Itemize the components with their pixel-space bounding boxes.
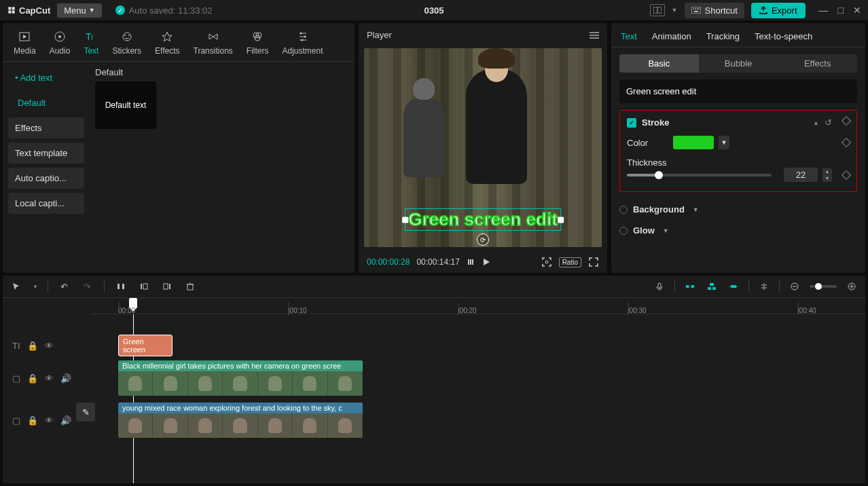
export-button[interactable]: Export [751,3,806,18]
thickness-keyframe[interactable] [842,170,851,179]
mic-icon[interactable] [653,280,666,293]
fullscreen-icon[interactable] [588,257,599,267]
color-keyframe[interactable] [842,138,851,147]
tab-audio[interactable]: Audio [43,29,77,61]
sidebar-default[interactable]: Default [8,92,84,113]
glow-section[interactable]: Glow ▼ [619,220,857,241]
track-eye-icon[interactable]: 👁 [45,373,54,384]
step-up[interactable]: ▲ [822,168,832,175]
sidebar-effects[interactable]: Effects [8,117,84,138]
tab-effects[interactable]: Effects [148,29,186,61]
time-current: 00:00:00:28 [367,257,410,267]
scan-icon[interactable] [541,257,552,267]
slider-thumb[interactable] [655,171,663,179]
svg-point-3 [693,8,694,10]
rp-sub-bubble[interactable]: Bubble [699,54,778,73]
timeline-ruler[interactable]: 00:00 |00:10 |00:20 |00:30 |00:40 [91,298,865,314]
app-logo: CapCut [7,5,50,16]
svg-point-20 [300,33,302,35]
text-content-input[interactable]: Green screen edit [619,79,857,103]
track-lock-icon[interactable]: 🔒 [27,415,38,426]
text-preset-default[interactable]: Default text [95,81,156,129]
prev-frame-icon[interactable] [467,258,475,266]
thickness-label: Thickness [627,157,666,168]
svg-rect-38 [710,283,714,286]
menu-button[interactable]: Menu▼ [57,3,101,18]
svg-rect-33 [164,284,168,289]
trim-right-icon[interactable] [160,280,174,293]
sidebar-local-captions[interactable]: Local capti... [8,193,84,214]
sidebar-auto-captions[interactable]: Auto captio... [8,168,84,189]
delete-icon[interactable] [183,280,197,293]
layout-icon[interactable] [650,4,665,16]
split-icon[interactable] [114,280,128,293]
thickness-slider[interactable] [627,174,772,176]
maximize-button[interactable]: □ [838,5,844,16]
shortcut-button[interactable]: Shortcut [685,3,744,18]
reset-icon[interactable]: ↺ [825,117,832,128]
pointer-tool[interactable] [10,280,23,293]
svg-rect-37 [691,285,694,288]
linkage-icon[interactable] [705,280,719,293]
stroke-color-swatch[interactable] [673,136,714,149]
tab-filters[interactable]: Filters [240,29,276,61]
svg-rect-36 [686,285,689,288]
svg-rect-34 [187,284,193,290]
zoom-out-icon[interactable] [788,280,801,293]
tab-media[interactable]: Media [7,29,43,61]
video-preview[interactable]: Green screen edit ⟳ [364,48,602,247]
redo-icon[interactable]: ↷ [81,280,94,293]
background-section[interactable]: Background ▼ [619,199,857,220]
track-lock-icon[interactable]: 🔒 [27,373,38,384]
text-overlay[interactable]: Green screen edit [405,208,561,231]
rp-sub-basic[interactable]: Basic [619,54,699,73]
track-eye-icon[interactable]: 👁 [45,341,54,351]
rp-tab-text[interactable]: Text [621,31,637,41]
preview-axis-icon[interactable] [727,280,740,293]
export-icon [759,6,767,14]
minimize-button[interactable]: — [819,5,829,16]
tab-stickers[interactable]: Stickers [105,29,148,61]
play-icon[interactable] [482,257,491,267]
stroke-checkbox[interactable]: ✓ [627,118,636,128]
svg-rect-32 [169,284,170,289]
track-eye-icon[interactable]: 👁 [45,415,54,426]
sidebar-add-text[interactable]: Add text [8,67,84,88]
step-down[interactable]: ▼ [822,175,832,182]
player-title: Player [367,30,392,40]
tab-transitions[interactable]: Transitions [187,29,240,61]
svg-point-16 [128,35,130,36]
magnet-icon[interactable] [683,280,697,293]
zoom-in-icon[interactable] [845,280,858,293]
tab-adjustment[interactable]: Adjustment [275,29,329,61]
rotate-handle[interactable]: ⟳ [477,233,489,246]
rp-tab-animation[interactable]: Animation [652,31,691,41]
rp-tab-tracking[interactable]: Tracking [706,31,740,41]
close-button[interactable]: ✕ [853,5,861,16]
track-type-video-icon: ▢ [12,415,20,426]
clip-video-2[interactable]: young mixed race woman exploring forest … [118,403,363,438]
clip-video-1[interactable]: Black millennial girl takes pictures wit… [118,360,363,396]
track-type-video-icon: ▢ [12,373,20,384]
align-icon[interactable] [757,280,771,293]
undo-icon[interactable]: ↶ [58,280,71,293]
autosave-status: ✓ Auto saved: 11:33:02 [115,5,213,16]
rp-sub-effects[interactable]: Effects [778,54,857,73]
sidebar-text-template[interactable]: Text template [8,143,84,164]
clip-text[interactable]: Green screen [118,335,173,356]
keyframe-icon[interactable] [842,116,851,126]
color-dropdown[interactable]: ▼ [719,136,729,149]
track-mute-icon[interactable]: 🔊 [60,373,71,384]
stickers-icon [120,30,134,43]
player-menu-icon[interactable] [590,32,599,39]
adjustment-icon [296,30,310,43]
zoom-slider[interactable] [810,285,837,288]
track-mute-icon[interactable]: 🔊 [60,415,71,426]
track-lock-icon[interactable]: 🔒 [27,341,38,351]
rp-tab-tts[interactable]: Text-to-speech [755,31,812,41]
thickness-value[interactable]: 22 [784,168,818,182]
svg-rect-40 [712,287,716,290]
trim-left-icon[interactable] [137,280,151,293]
ratio-button[interactable]: Ratio [559,257,581,267]
tab-text[interactable]: TIText [77,29,105,61]
